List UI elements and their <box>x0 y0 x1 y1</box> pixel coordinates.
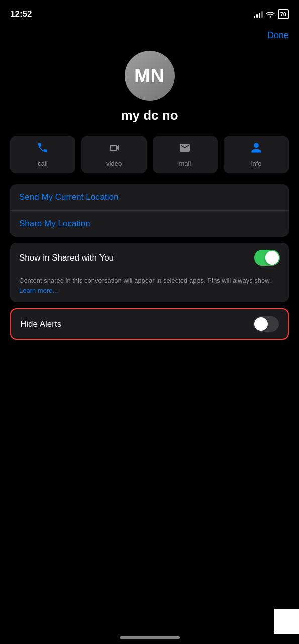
send-location-item[interactable]: Send My Current Location <box>10 184 289 211</box>
location-section: Send My Current Location Share My Locati… <box>10 184 289 237</box>
battery-icon: 70 <box>278 9 289 19</box>
status-bar: 12:52 70 <box>0 0 299 25</box>
avatar: MN <box>125 51 175 101</box>
status-icons: 70 <box>254 9 289 19</box>
shared-with-you-label: Show in Shared with You <box>19 253 114 263</box>
video-button[interactable]: video <box>81 136 147 173</box>
mail-icon <box>179 142 191 157</box>
hide-alerts-row: Hide Alerts <box>11 309 288 339</box>
mail-label: mail <box>179 160 191 167</box>
toggle-knob <box>265 251 279 265</box>
wifi-icon <box>266 11 275 18</box>
video-label: video <box>106 160 122 167</box>
hide-alerts-label: Hide Alerts <box>20 319 61 329</box>
mail-button[interactable]: mail <box>153 136 218 173</box>
signal-icon <box>254 11 263 18</box>
call-button[interactable]: call <box>10 136 75 173</box>
main-content: Done MN my dc no call video <box>0 25 299 356</box>
learn-more-link[interactable]: Learn more... <box>19 287 58 294</box>
avatar-section: MN my dc no <box>10 51 289 123</box>
shared-with-you-info: Content shared in this conversation will… <box>10 273 289 302</box>
contact-name: my dc no <box>121 108 178 123</box>
corner-decoration <box>274 609 299 634</box>
send-location-label: Send My Current Location <box>19 192 119 202</box>
status-time: 12:52 <box>10 9 32 19</box>
shared-with-you-info-text: Content shared in this conversation will… <box>19 277 271 284</box>
done-row: Done <box>10 30 289 41</box>
info-label: info <box>251 160 262 167</box>
avatar-initials: MN <box>134 65 165 87</box>
shared-with-you-card: Show in Shared with You Content shared i… <box>10 243 289 302</box>
share-location-label: Share My Location <box>19 219 90 229</box>
share-location-item[interactable]: Share My Location <box>10 211 289 237</box>
hide-alerts-toggle[interactable] <box>253 316 279 332</box>
video-icon <box>108 142 120 157</box>
call-label: call <box>38 160 48 167</box>
home-indicator <box>120 636 180 639</box>
info-person-icon <box>250 142 262 157</box>
hide-alerts-knob <box>254 317 268 331</box>
shared-with-you-row: Show in Shared with You <box>10 243 289 273</box>
hide-alerts-card: Hide Alerts <box>10 308 289 340</box>
shared-with-you-toggle[interactable] <box>254 250 280 266</box>
info-button[interactable]: info <box>224 136 289 173</box>
action-buttons-row: call video mail info <box>10 136 289 173</box>
call-icon <box>37 142 49 157</box>
done-button[interactable]: Done <box>267 30 289 41</box>
